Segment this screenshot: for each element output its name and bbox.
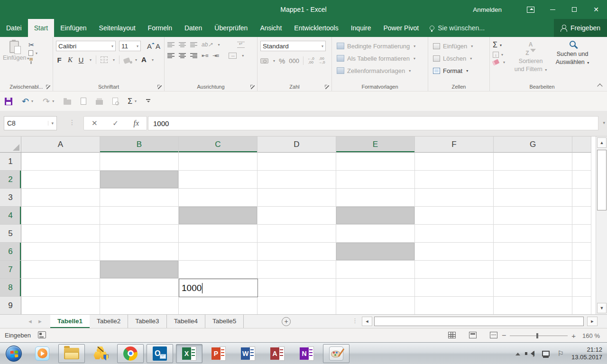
- taskbar-clock[interactable]: 21:12 13.05.2017: [571, 346, 602, 361]
- row-header-7[interactable]: 7: [0, 261, 21, 279]
- cell-C1[interactable]: [179, 153, 258, 171]
- cell-E4[interactable]: [336, 207, 415, 225]
- find-select-button[interactable]: Suchen und Auswählen ▾: [552, 40, 592, 82]
- vertical-scrollbar[interactable]: ▲ ▼: [596, 136, 607, 314]
- tab-inquire[interactable]: Inquire: [345, 19, 377, 37]
- new-document-button[interactable]: [81, 98, 86, 105]
- cell-B8[interactable]: [100, 279, 179, 297]
- cell-C3[interactable]: [179, 189, 258, 207]
- fill-button[interactable]: ↓▾: [493, 52, 509, 58]
- align-top-button[interactable]: [167, 42, 175, 47]
- sheet-tab-tabelle2[interactable]: Tabelle2: [90, 315, 128, 328]
- cancel-entry-button[interactable]: ✕: [92, 119, 98, 127]
- cell-B5[interactable]: [100, 225, 179, 243]
- align-middle-button[interactable]: [179, 42, 186, 47]
- customize-qat-button[interactable]: [146, 99, 150, 104]
- insert-function-button[interactable]: fx: [134, 119, 139, 127]
- font-color-button[interactable]: A: [141, 56, 147, 64]
- volume-icon[interactable]: [528, 351, 534, 356]
- delete-cells-button[interactable]: Löschen▾: [433, 52, 487, 64]
- minimize-button[interactable]: [542, 0, 563, 19]
- sheet-nav-arrows[interactable]: ◄►: [28, 318, 47, 324]
- tab-ansicht[interactable]: Ansicht: [254, 19, 288, 37]
- cell-D9[interactable]: [258, 297, 336, 314]
- close-button[interactable]: ✕: [585, 0, 607, 19]
- column-header-partial[interactable]: [572, 136, 591, 153]
- cell-F5[interactable]: [415, 225, 494, 243]
- start-button[interactable]: [0, 344, 28, 364]
- active-cell-C8[interactable]: 1000: [179, 279, 258, 297]
- cell-C7[interactable]: [179, 261, 258, 279]
- tab-start[interactable]: Start: [28, 19, 55, 37]
- tab-power-pivot[interactable]: Power Pivot: [377, 19, 425, 37]
- cell-E3[interactable]: [336, 189, 415, 207]
- tray-expand-button[interactable]: [515, 350, 520, 355]
- insert-cells-button[interactable]: Einfügen▾: [433, 40, 487, 52]
- font-name-combobox[interactable]: Calibri▾: [56, 41, 116, 51]
- row-header-8[interactable]: 8: [0, 279, 21, 297]
- cell-A2[interactable]: [21, 171, 100, 189]
- cell-D5[interactable]: [258, 225, 336, 243]
- format-cells-button[interactable]: Format▾: [433, 64, 487, 77]
- taskbar-outlook[interactable]: O: [147, 344, 173, 363]
- macro-record-button[interactable]: [38, 331, 46, 338]
- cell-E5[interactable]: [336, 225, 415, 243]
- cell-A6[interactable]: [21, 243, 100, 261]
- format-as-table-button[interactable]: Als Tabelle formatieren▾: [337, 52, 426, 64]
- cell-partial-2[interactable]: [572, 171, 591, 189]
- cell-A5[interactable]: [21, 225, 100, 243]
- vertical-scroll-thumb[interactable]: [597, 150, 607, 210]
- zoom-level[interactable]: 160 %: [582, 332, 600, 339]
- cell-G5[interactable]: [494, 225, 572, 243]
- tab-formeln[interactable]: Formeln: [142, 19, 178, 37]
- collapse-ribbon-button[interactable]: [598, 83, 602, 87]
- align-center-button[interactable]: [179, 53, 186, 58]
- cell-D2[interactable]: [258, 171, 336, 189]
- formula-input[interactable]: 1000: [148, 116, 598, 130]
- percent-format-button[interactable]: %: [279, 57, 285, 65]
- cell-G4[interactable]: [494, 207, 572, 225]
- cut-button[interactable]: ✂: [28, 42, 37, 48]
- decrease-font-size-button[interactable]: A: [156, 42, 160, 50]
- taskbar-tools[interactable]: [86, 344, 116, 364]
- cell-B2[interactable]: [100, 171, 179, 189]
- decrease-indent-button[interactable]: ⇤≡: [202, 53, 208, 59]
- alignment-dialog-launcher[interactable]: [250, 85, 255, 89]
- network-icon[interactable]: [542, 351, 550, 356]
- cell-D6[interactable]: [258, 243, 336, 261]
- row-header-6[interactable]: 6: [0, 243, 21, 261]
- wrap-text-button[interactable]: [237, 42, 245, 48]
- conditional-formatting-button[interactable]: Bedingte Formatierung▾: [337, 40, 426, 52]
- ribbon-display-options-button[interactable]: [520, 0, 542, 19]
- cell-F8[interactable]: [415, 279, 494, 297]
- tab-entwicklertools[interactable]: Entwicklertools: [288, 19, 344, 37]
- sheet-tab-tabelle4[interactable]: Tabelle4: [167, 315, 205, 328]
- cell-A8[interactable]: [21, 279, 100, 297]
- cell-D8[interactable]: [258, 279, 336, 297]
- cell-F6[interactable]: [415, 243, 494, 261]
- column-header-G[interactable]: G: [494, 136, 572, 153]
- cell-partial-7[interactable]: [572, 261, 591, 279]
- horizontal-scroll-thumb[interactable]: [374, 317, 584, 326]
- orientation-button[interactable]: ab↗: [202, 41, 212, 48]
- sheet-tab-tabelle1[interactable]: Tabelle1: [50, 315, 90, 328]
- cell-G2[interactable]: [494, 171, 572, 189]
- cell-E6[interactable]: [336, 243, 415, 261]
- qat-autosum-button[interactable]: Σ▾: [128, 97, 137, 106]
- zoom-in-button[interactable]: +: [571, 332, 576, 340]
- row-header-5[interactable]: 5: [0, 225, 21, 243]
- decrease-decimal-button[interactable]: ,00→,0: [318, 57, 325, 64]
- cell-C9[interactable]: [179, 297, 258, 314]
- cell-A7[interactable]: [21, 261, 100, 279]
- clipboard-dialog-launcher[interactable]: [46, 85, 50, 89]
- increase-decimal-button[interactable]: ←,0,00: [307, 57, 314, 64]
- tab-einfuegen[interactable]: Einfügen: [54, 19, 92, 37]
- undo-button[interactable]: ↶▾: [22, 98, 33, 105]
- cell-B1[interactable]: [100, 153, 179, 171]
- cell-B9[interactable]: [100, 297, 179, 314]
- action-center-flag-icon[interactable]: ⚐: [557, 349, 563, 358]
- zoom-out-button[interactable]: −: [502, 331, 506, 340]
- cell-B4[interactable]: [100, 207, 179, 225]
- print-preview-button[interactable]: [112, 98, 118, 105]
- tab-datei[interactable]: Datei: [0, 19, 28, 37]
